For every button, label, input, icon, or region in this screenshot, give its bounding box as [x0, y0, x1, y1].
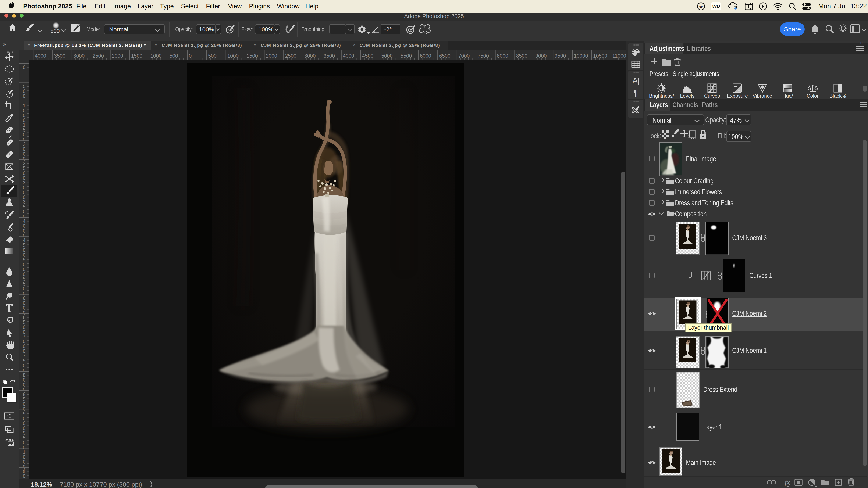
- svg-text:5500: 5500: [401, 53, 412, 59]
- svg-text:0: 0: [23, 474, 26, 479]
- svg-text:4500: 4500: [362, 53, 373, 59]
- svg-text:Exposure: Exposure: [727, 93, 748, 99]
- svg-text:1500: 1500: [247, 53, 258, 59]
- svg-text:2500: 2500: [93, 53, 104, 59]
- svg-text:Brightness/: Brightness/: [649, 93, 674, 99]
- svg-text:3000: 3000: [73, 53, 85, 59]
- svg-text:1000: 1000: [150, 53, 161, 59]
- svg-text:Curves: Curves: [704, 93, 720, 99]
- svg-text:Levels: Levels: [680, 93, 694, 99]
- svg-text:6000: 6000: [420, 53, 431, 59]
- svg-text:Color: Color: [807, 93, 818, 99]
- svg-text:7500: 7500: [478, 53, 489, 59]
- svg-text:11000: 11000: [613, 53, 626, 59]
- svg-text:1500: 1500: [131, 53, 143, 59]
- svg-text:Hue/: Hue/: [782, 93, 793, 99]
- svg-text:7000: 7000: [458, 53, 470, 59]
- svg-text:10500: 10500: [593, 53, 607, 59]
- svg-text:3000: 3000: [304, 53, 315, 59]
- svg-text:8500: 8500: [516, 53, 527, 59]
- svg-text:0: 0: [23, 93, 26, 99]
- svg-text:w: w: [699, 4, 703, 9]
- svg-text:5000: 5000: [381, 53, 393, 59]
- svg-text:Vibrance: Vibrance: [753, 93, 772, 99]
- svg-text:fx: fx: [785, 478, 790, 486]
- svg-text:9500: 9500: [555, 53, 566, 59]
- svg-text:2500: 2500: [285, 53, 296, 59]
- svg-text:0: 0: [23, 65, 26, 70]
- svg-text:500: 500: [208, 53, 217, 59]
- svg-text:10000: 10000: [574, 53, 588, 59]
- svg-text:1000: 1000: [227, 53, 239, 59]
- svg-text:3500: 3500: [323, 53, 335, 59]
- svg-text:0: 0: [189, 53, 192, 59]
- svg-text:4000: 4000: [35, 53, 46, 59]
- svg-text:8000: 8000: [497, 53, 508, 59]
- svg-text:4000: 4000: [343, 53, 354, 59]
- svg-text:A: A: [632, 76, 638, 85]
- svg-text:9000: 9000: [535, 53, 547, 59]
- svg-text:2000: 2000: [266, 53, 277, 59]
- svg-text:500: 500: [169, 53, 178, 59]
- svg-text:¶: ¶: [633, 88, 638, 97]
- svg-text:2000: 2000: [112, 53, 123, 59]
- svg-text:3500: 3500: [54, 53, 65, 59]
- svg-text:6500: 6500: [439, 53, 450, 59]
- svg-text:Black &: Black &: [830, 93, 846, 99]
